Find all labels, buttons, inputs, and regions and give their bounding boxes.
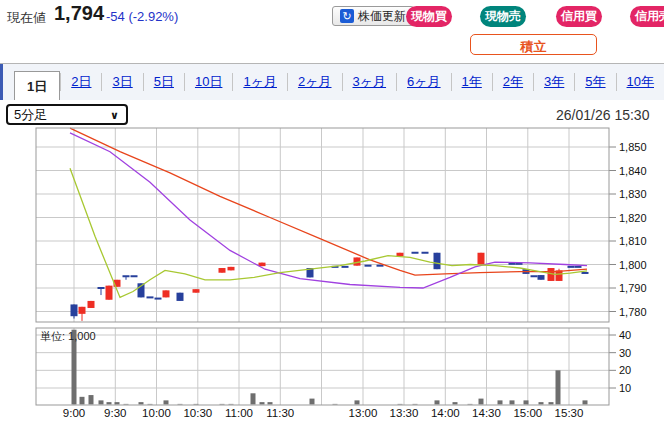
volume-panel-border bbox=[36, 328, 609, 405]
price-axis-label: 1,830 bbox=[619, 188, 647, 200]
volume-bar bbox=[89, 395, 94, 404]
volume-bar bbox=[583, 400, 588, 404]
volume-unit-label: 単位: 1,000 bbox=[40, 330, 96, 342]
volume-bar bbox=[107, 402, 112, 404]
volume-bar bbox=[124, 404, 129, 405]
volume-bar bbox=[413, 404, 418, 405]
price-panel-border bbox=[36, 128, 609, 322]
price-axis-label: 1,840 bbox=[619, 165, 647, 177]
price-axis-label: 1,850 bbox=[619, 141, 647, 153]
time-axis-label: 11:00 bbox=[225, 407, 253, 419]
volume-bar bbox=[178, 404, 183, 405]
price-axis-label: 1,790 bbox=[619, 282, 647, 294]
candle bbox=[219, 268, 226, 273]
doji-mark bbox=[531, 275, 538, 277]
doji-mark bbox=[147, 296, 154, 298]
time-axis-label: 9:30 bbox=[104, 407, 126, 419]
time-axis-label: 14:30 bbox=[472, 407, 501, 419]
doji-mark bbox=[412, 252, 419, 254]
time-axis-label: 11:30 bbox=[266, 407, 294, 419]
candle bbox=[71, 304, 78, 316]
doji-mark bbox=[365, 265, 372, 267]
volume-bar bbox=[556, 370, 561, 404]
volume-bar bbox=[468, 404, 473, 405]
volume-bar bbox=[164, 400, 169, 404]
candle bbox=[106, 286, 113, 300]
volume-bar bbox=[510, 400, 515, 404]
volume-bar bbox=[333, 404, 338, 405]
volume-bar bbox=[398, 404, 403, 405]
candle bbox=[478, 253, 485, 265]
candle bbox=[79, 307, 86, 314]
volume-bar bbox=[498, 400, 503, 404]
price-axis-label: 1,810 bbox=[619, 235, 647, 247]
time-axis-label: 10:30 bbox=[183, 407, 212, 419]
time-axis-label: 14:00 bbox=[431, 407, 460, 419]
ma-long-red-line bbox=[70, 128, 587, 275]
time-axis-label: 9:00 bbox=[63, 407, 85, 419]
doji-mark bbox=[98, 287, 105, 289]
volume-bar bbox=[148, 404, 153, 405]
doji-mark bbox=[123, 275, 130, 277]
candle bbox=[177, 293, 184, 301]
volume-axis-label: 30 bbox=[619, 347, 631, 359]
price-axis-label: 1,800 bbox=[619, 259, 647, 271]
volume-bar bbox=[435, 400, 440, 404]
volume-bar bbox=[251, 393, 256, 404]
volume-bar bbox=[99, 400, 104, 404]
time-axis-label: 15:00 bbox=[513, 407, 542, 419]
volume-bar bbox=[549, 402, 554, 404]
volume-bar bbox=[453, 402, 458, 404]
volume-bar bbox=[355, 400, 360, 404]
candle bbox=[228, 267, 235, 271]
volume-axis-label: 20 bbox=[619, 364, 631, 376]
time-axis-label: 13:30 bbox=[390, 407, 419, 419]
volume-bar bbox=[220, 404, 225, 405]
volume-bar bbox=[539, 402, 544, 404]
doji-mark bbox=[575, 266, 582, 268]
volume-bar bbox=[310, 399, 315, 405]
doji-mark bbox=[568, 266, 575, 268]
volume-bar bbox=[268, 402, 273, 404]
price-axis-label: 1,820 bbox=[619, 212, 647, 224]
candle bbox=[434, 253, 441, 269]
candle bbox=[88, 301, 95, 308]
volume-bar bbox=[139, 402, 144, 404]
time-axis-label: 13:00 bbox=[349, 407, 378, 419]
volume-bar bbox=[229, 404, 234, 405]
doji-mark bbox=[131, 275, 138, 277]
doji-mark bbox=[582, 272, 589, 274]
doji-mark bbox=[155, 298, 162, 300]
volume-bar bbox=[194, 404, 199, 405]
doji-mark bbox=[377, 265, 384, 267]
volume-axis-label: 40 bbox=[619, 329, 631, 341]
volume-bar bbox=[479, 399, 484, 405]
candle bbox=[163, 290, 170, 297]
time-axis-label: 10:00 bbox=[142, 407, 171, 419]
candle bbox=[538, 275, 545, 280]
doji-mark bbox=[422, 252, 429, 254]
candle bbox=[193, 289, 200, 293]
volume-bar bbox=[80, 397, 85, 405]
time-axis-label: 15:30 bbox=[555, 407, 584, 419]
ma-short-green-line bbox=[70, 168, 587, 297]
price-volume-chart: 1,8501,8401,8301,8201,8101,8001,7901,780… bbox=[0, 0, 664, 421]
volume-axis-label: 10 bbox=[619, 382, 631, 394]
volume-bar bbox=[115, 402, 120, 404]
volume-bar bbox=[260, 402, 265, 404]
price-axis-label: 1,780 bbox=[619, 306, 647, 318]
doji-mark bbox=[342, 266, 349, 268]
volume-bar bbox=[524, 400, 529, 404]
